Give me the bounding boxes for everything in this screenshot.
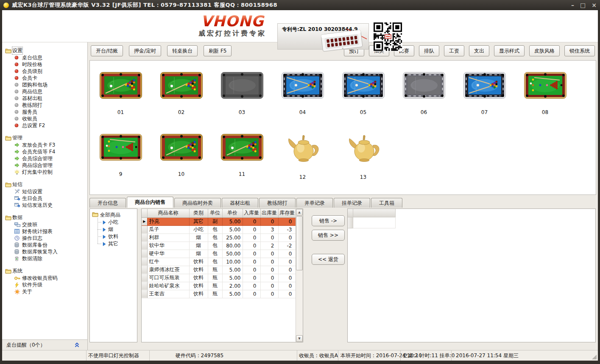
sidebar-item-2-1[interactable]: 生日会员 — [2, 195, 87, 202]
tab-4[interactable]: 教练陪打 — [259, 198, 296, 208]
sidebar-item-0-2[interactable]: 会员级别 — [2, 68, 87, 75]
sidebar-section-1[interactable]: 管理 — [2, 134, 87, 142]
column-header-5[interactable]: 出库量 — [260, 209, 278, 217]
sidebar-item-1-1[interactable]: 会员充值等 F4 — [2, 148, 87, 155]
sidebar-item-3-5[interactable]: 数据清除 — [2, 255, 87, 262]
sidebar-item-1-4[interactable]: 灯光集中控制 — [2, 169, 87, 175]
sidebar-section-4[interactable]: 系统 — [2, 267, 87, 275]
close-icon[interactable]: × — [592, 2, 597, 8]
sidebar-item-0-6[interactable]: 器材出租 — [2, 95, 87, 102]
billiard-table-01[interactable]: 01 — [90, 72, 151, 115]
sidebar-item-0-8[interactable]: 服务员 — [2, 108, 87, 115]
billiard-table-05[interactable]: 05 — [333, 72, 393, 115]
product-row-1[interactable]: 瓜子小吃包5.0003-3 — [142, 225, 296, 233]
sidebar-item-0-5[interactable]: 商品信息 — [2, 88, 87, 95]
category-item-3[interactable]: 其它 — [98, 240, 137, 247]
sidebar-item-1-2[interactable]: 会员综合管理 — [2, 155, 87, 162]
sidebar-section-0[interactable]: 设置 — [2, 47, 87, 54]
sidebar-item-3-3[interactable]: 数据库备份 — [2, 242, 87, 248]
product-row-7[interactable]: 可口可乐瓶装饮料瓶5.00000 — [142, 274, 296, 282]
toolbar-right-button-4[interactable]: 工资 — [444, 45, 464, 56]
toolbar-right-button-3[interactable]: 排队 — [419, 45, 439, 56]
category-item-0[interactable]: 小吃 — [98, 219, 137, 226]
category-item-1[interactable]: 烟 — [98, 226, 137, 233]
tab-1[interactable]: 商品台内销售 — [127, 197, 173, 208]
category-item-2[interactable]: 饮料 — [98, 233, 137, 240]
product-row-3[interactable]: 软中华烟包80.0002-2 — [142, 242, 296, 250]
cell-unit: 瓶 — [208, 290, 222, 298]
product-table-scrollbar[interactable]: ▲ ▼ — [296, 209, 303, 342]
tab-0[interactable]: 开台信息 — [89, 198, 126, 208]
sidebar-item-2-0[interactable]: 短信设置 — [2, 188, 87, 195]
cell-stock-qty: 0 — [278, 274, 296, 282]
toolbar-right-button-6[interactable]: 显示样式 — [494, 45, 525, 56]
sidebar-item-2-2[interactable]: 短信发送历史 — [2, 202, 87, 208]
billiard-table-13[interactable]: 13 — [333, 134, 393, 180]
sidebar-item-0-7[interactable]: 教练陪打 — [2, 102, 87, 108]
sidebar-item-3-4[interactable]: 数据库恢复导入 — [2, 248, 87, 255]
resize-grip[interactable] — [592, 355, 597, 359]
minimize-icon[interactable]: – — [571, 2, 574, 8]
billiard-table-02[interactable]: 02 — [151, 72, 212, 115]
product-row-8[interactable]: 娃哈哈矿泉水饮料瓶2.00000 — [142, 282, 296, 290]
tab-6[interactable]: 挂单记录 — [334, 198, 370, 208]
billiard-table-04[interactable]: 04 — [272, 72, 333, 115]
billiard-table-03[interactable]: 03 — [212, 72, 272, 115]
billiard-table-9[interactable]: 9 — [90, 134, 151, 180]
toolbar-left-button-3[interactable]: 刷新 F5 — [204, 45, 232, 56]
toolbar-left-button-1[interactable]: 押金/定时 — [129, 45, 161, 56]
tab-3[interactable]: 器材出租 — [222, 198, 258, 208]
sidebar-item-0-3[interactable]: 会员卡 — [2, 75, 87, 81]
category-root[interactable]: 全部商品 — [92, 211, 137, 219]
return-button[interactable]: << 退货 — [312, 254, 345, 265]
toolbar-left-button-2[interactable]: 转桌换台 — [167, 45, 198, 56]
column-header-1[interactable]: 类别 — [189, 209, 208, 217]
sidebar-item-3-2[interactable]: 操作日志 — [2, 235, 87, 242]
tab-2[interactable]: 商品临时外卖 — [174, 198, 221, 208]
toolbar-right-button-8[interactable]: 锁住系统 — [564, 45, 595, 56]
sidebar-item-4-0[interactable]: 修改收银员密码 — [2, 275, 87, 281]
scroll-up-icon[interactable]: ▲ — [296, 209, 303, 216]
sidebar-item-0-1[interactable]: 时段价格 — [2, 61, 87, 68]
sell-button[interactable]: 销售 -> — [312, 215, 345, 226]
toolbar-left-button-0[interactable]: 开台/结账 — [91, 45, 123, 56]
billiard-table-06[interactable]: 06 — [393, 72, 454, 115]
column-header-0[interactable]: 商品名称 — [147, 209, 189, 217]
billiard-table-07[interactable]: 07 — [454, 72, 515, 115]
billiard-table-10[interactable]: 10 — [151, 134, 212, 180]
sidebar-item-4-1[interactable]: 软件升级 — [2, 281, 87, 288]
sidebar-item-0-0[interactable]: 桌台信息 — [2, 54, 87, 61]
column-header-2[interactable]: 单位 — [208, 209, 222, 217]
sidebar-item-0-10[interactable]: 总设置 F2 — [2, 122, 87, 129]
product-row-9[interactable]: 王老吉饮料瓶5.00000 — [142, 290, 296, 298]
product-row-0[interactable]: ▶扑克其它副5.00000 — [142, 217, 296, 225]
sidebar-item-3-0[interactable]: 交接班 — [2, 221, 87, 228]
billiard-table-12[interactable]: 12 — [272, 134, 333, 180]
sidebar-section-2[interactable]: 短信 — [2, 181, 87, 188]
collapse-chevron-icon[interactable] — [74, 342, 80, 347]
sidebar-item-0-9[interactable]: 收银员 — [2, 115, 87, 122]
billiard-table-11[interactable]: 11 — [212, 134, 272, 180]
sidebar-item-4-2[interactable]: 关于 — [2, 288, 87, 295]
column-header-4[interactable]: 入库量 — [243, 209, 260, 217]
toolbar-right-button-7[interactable]: 皮肤风格 — [529, 45, 560, 56]
tab-7[interactable]: 工具箱 — [371, 198, 402, 208]
product-row-5[interactable]: 红牛饮料包10.00000 — [142, 258, 296, 266]
product-row-2[interactable]: 利群烟包25.00000 — [142, 233, 296, 242]
billiard-table-08[interactable]: 08 — [515, 72, 575, 115]
toolbar-right-button-5[interactable]: 支出 — [469, 45, 489, 56]
scrollbar-thumb[interactable] — [296, 216, 303, 270]
column-header-3[interactable]: 单价 — [222, 209, 243, 217]
sidebar-section-3[interactable]: 数据 — [2, 214, 87, 221]
tab-5[interactable]: 并单记录 — [296, 198, 333, 208]
sidebar-item-1-0[interactable]: 发放会员卡 F3 — [2, 142, 87, 148]
sidebar-item-3-1[interactable]: 财务统计报表 — [2, 228, 87, 235]
product-row-6[interactable]: 康师傅冰红茶饮料瓶5.00000 — [142, 266, 296, 274]
maximize-icon[interactable]: □ — [580, 2, 586, 8]
product-row-4[interactable]: 硬中华烟包50.00000 — [142, 250, 296, 258]
sidebar-item-0-4[interactable]: 团购和包场 — [2, 81, 87, 88]
scroll-down-icon[interactable]: ▼ — [296, 335, 303, 342]
column-header-6[interactable]: 库存量 — [278, 209, 296, 217]
sell-all-button[interactable]: 销售 >> — [312, 230, 345, 241]
sidebar-item-1-3[interactable]: 商品综合管理 — [2, 162, 87, 169]
